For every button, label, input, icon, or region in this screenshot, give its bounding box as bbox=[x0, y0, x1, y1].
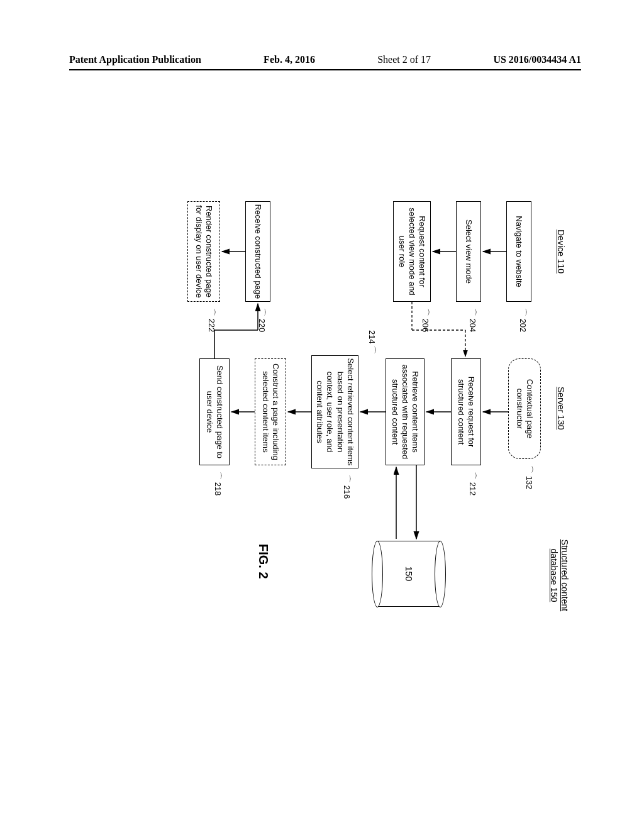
ref-132-text: 132 bbox=[525, 476, 534, 490]
ref-218: ⌒ 218 bbox=[212, 472, 223, 495]
receive-page-box: Receive constructed page bbox=[245, 201, 270, 302]
ref-214: 214 ⌒ bbox=[366, 330, 377, 354]
retrieve-items-label: Retrieve content items associated with r… bbox=[390, 361, 421, 463]
navigate-label: Navigate to website bbox=[514, 216, 524, 287]
header-sheet: Sheet 2 of 17 bbox=[377, 54, 431, 65]
request-content-box: Request content for selected view mode a… bbox=[393, 201, 431, 302]
figure-label: FIG. 2 bbox=[256, 544, 270, 579]
construct-page-box: Construct a page including selected cont… bbox=[255, 358, 286, 465]
column-db-line2: database 150 bbox=[549, 549, 559, 602]
lead-132: ⌒ bbox=[525, 465, 534, 473]
render-page-box: Render constructed page for display on u… bbox=[187, 201, 220, 302]
header-date: Feb. 4, 2016 bbox=[264, 54, 315, 65]
column-db-line1: Structured content bbox=[560, 540, 570, 611]
ref-206: ⌒ 206 bbox=[419, 308, 431, 332]
header-left: Patent Application Publication bbox=[69, 54, 201, 65]
header-rule bbox=[69, 69, 581, 70]
render-page-label: Render constructed page for display on u… bbox=[194, 204, 214, 299]
column-db-title: Structured content database 150 bbox=[548, 531, 570, 619]
ref-212: ⌒ 212 bbox=[467, 472, 478, 495]
figure-diagram: Device 110 Server 130 Structured content… bbox=[63, 189, 566, 641]
database-cylinder: 150 bbox=[377, 541, 440, 607]
send-page-label: Send constructed page to user device bbox=[204, 361, 225, 463]
receive-request-label: Receive request for structured content bbox=[456, 361, 477, 463]
ref-220: ⌒ 220 bbox=[256, 308, 267, 332]
database-label: 150 bbox=[404, 541, 414, 606]
page-header: Patent Application Publication Feb. 4, 2… bbox=[69, 54, 581, 65]
construct-page-label: Construct a page including selected cont… bbox=[260, 361, 281, 463]
column-server-title: Server 130 bbox=[556, 387, 566, 429]
ref-204: ⌒ 204 bbox=[467, 308, 478, 332]
ref-216: ⌒ 216 bbox=[341, 475, 352, 499]
retrieve-items-box: Retrieve content items associated with r… bbox=[386, 358, 425, 465]
column-device-title: Device 110 bbox=[556, 230, 566, 274]
contextual-page-constructor-box: Contextual page constructor bbox=[508, 358, 541, 459]
navigate-box: Navigate to website bbox=[506, 201, 531, 302]
ref-222: ⌒ 222 bbox=[206, 308, 217, 332]
select-mode-box: Select view mode bbox=[456, 201, 481, 302]
select-items-label: Select retrieved content items based on … bbox=[314, 358, 355, 466]
receive-request-box: Receive request for structured content bbox=[451, 358, 481, 465]
send-page-box: Send constructed page to user device bbox=[199, 358, 230, 465]
select-items-box: Select retrieved content items based on … bbox=[311, 355, 358, 468]
ref-202: ⌒ 202 bbox=[517, 308, 528, 332]
select-mode-label: Select view mode bbox=[464, 219, 474, 284]
constructor-label: Contextual page constructor bbox=[514, 361, 535, 456]
receive-page-label: Receive constructed page bbox=[253, 204, 263, 299]
header-pubno: US 2016/0034434 A1 bbox=[493, 54, 581, 65]
ref-132: ⌒ 132 bbox=[523, 465, 535, 489]
request-content-label: Request content for selected view mode a… bbox=[397, 204, 428, 299]
